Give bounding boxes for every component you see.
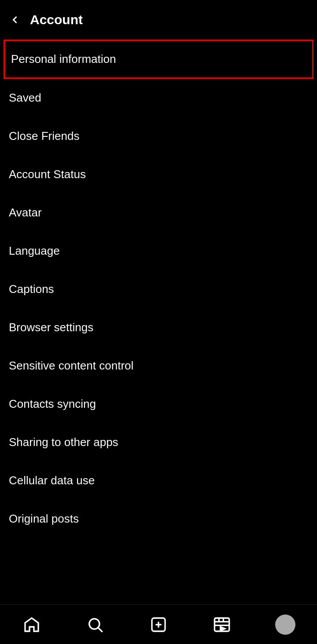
menu-item-browser-settings[interactable]: Browser settings xyxy=(0,308,317,347)
svg-point-0 xyxy=(89,618,100,629)
nav-search[interactable] xyxy=(82,611,108,638)
header: Account xyxy=(0,0,317,40)
menu-item-cellular-data-use[interactable]: Cellular data use xyxy=(0,461,317,500)
svg-line-1 xyxy=(99,628,103,632)
menu-item-personal-information[interactable]: Personal information xyxy=(4,40,313,79)
nav-home[interactable] xyxy=(18,611,45,638)
menu-item-language[interactable]: Language xyxy=(0,232,317,270)
menu-item-saved[interactable]: Saved xyxy=(0,79,317,117)
menu-item-contacts-syncing[interactable]: Contacts syncing xyxy=(0,385,317,423)
profile-avatar xyxy=(275,615,295,635)
menu-item-captions[interactable]: Captions xyxy=(0,270,317,308)
nav-create[interactable] xyxy=(145,611,172,638)
menu-list: Personal informationSavedClose FriendsAc… xyxy=(0,40,317,538)
svg-marker-10 xyxy=(221,627,225,630)
menu-item-original-posts[interactable]: Original posts xyxy=(0,500,317,538)
menu-item-avatar[interactable]: Avatar xyxy=(0,194,317,232)
nav-reels[interactable] xyxy=(209,611,235,638)
bottom-nav xyxy=(0,604,317,644)
menu-item-sensitive-content-control[interactable]: Sensitive content control xyxy=(0,347,317,385)
menu-item-close-friends[interactable]: Close Friends xyxy=(0,117,317,155)
back-button[interactable] xyxy=(9,14,21,26)
menu-item-sharing-to-other-apps[interactable]: Sharing to other apps xyxy=(0,423,317,461)
nav-profile[interactable] xyxy=(272,611,299,638)
menu-item-account-status[interactable]: Account Status xyxy=(0,155,317,194)
page-title: Account xyxy=(30,12,83,27)
